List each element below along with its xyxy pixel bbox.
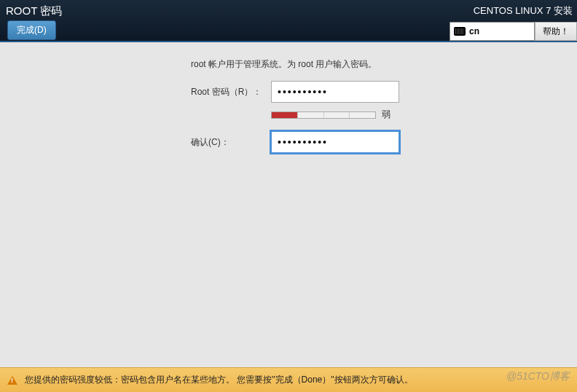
watermark-text: @51CTO博客 xyxy=(506,370,570,383)
help-button[interactable]: 帮助！ xyxy=(535,22,577,41)
root-password-label: Root 密码（R）： xyxy=(191,86,271,98)
warning-bar: 您提供的密码强度较低：密码包含用户名在某些地方。 您需要按"完成（Done）"按… xyxy=(0,367,577,392)
confirm-password-input[interactable] xyxy=(271,131,399,153)
keyboard-layout-code: cn xyxy=(469,26,479,36)
warning-icon xyxy=(7,376,17,385)
main-content: root 帐户用于管理系统。为 root 用户输入密码。 Root 密码（R）：… xyxy=(0,42,577,367)
installer-title: CENTOS LINUX 7 安装 xyxy=(474,4,573,17)
password-strength-label: 弱 xyxy=(382,109,390,121)
page-title: ROOT 密码 xyxy=(6,4,62,18)
done-button[interactable]: 完成(D) xyxy=(7,20,56,40)
root-password-input[interactable] xyxy=(271,81,399,103)
header-bar: ROOT 密码 完成(D) CENTOS LINUX 7 安装 cn 帮助！ xyxy=(0,0,577,42)
password-strength-meter xyxy=(271,111,376,119)
form-description: root 帐户用于管理系统。为 root 用户输入密码。 xyxy=(191,58,555,71)
keyboard-layout-selector[interactable]: cn xyxy=(450,22,535,41)
confirm-password-label: 确认(C)： xyxy=(191,136,271,149)
warning-message: 您提供的密码强度较低：密码包含用户名在某些地方。 您需要按"完成（Done）"按… xyxy=(25,374,413,386)
keyboard-icon xyxy=(454,27,466,36)
